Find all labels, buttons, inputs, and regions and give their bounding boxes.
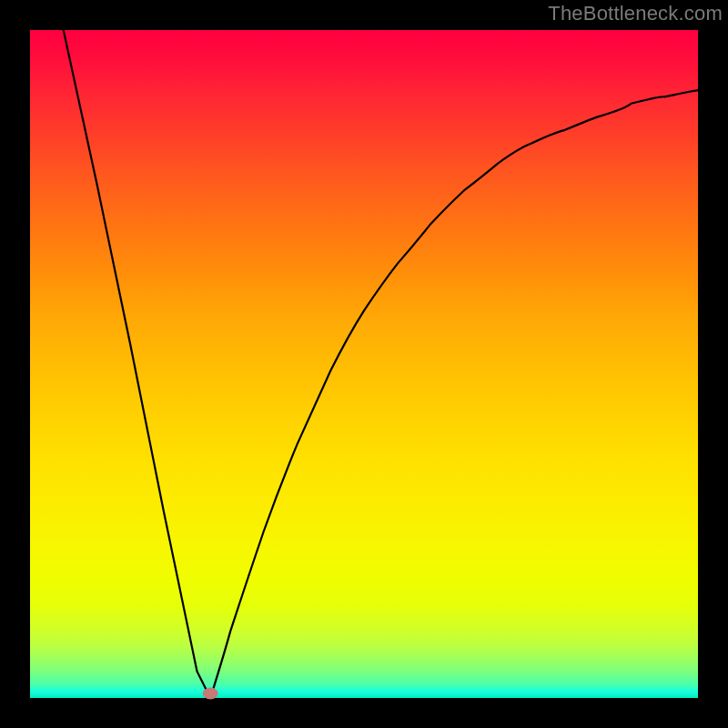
chart-svg: curve 27 0 xyxy=(30,30,698,698)
attribution-text: TheBottleneck.com xyxy=(548,2,723,25)
chart-minimum-marker xyxy=(203,688,218,700)
chart-plot-area: curve 27 0 xyxy=(30,30,698,698)
chart-curve-left xyxy=(64,30,211,698)
chart-frame: curve 27 0 TheBottleneck.com xyxy=(0,0,728,728)
chart-curve-right xyxy=(210,90,698,698)
